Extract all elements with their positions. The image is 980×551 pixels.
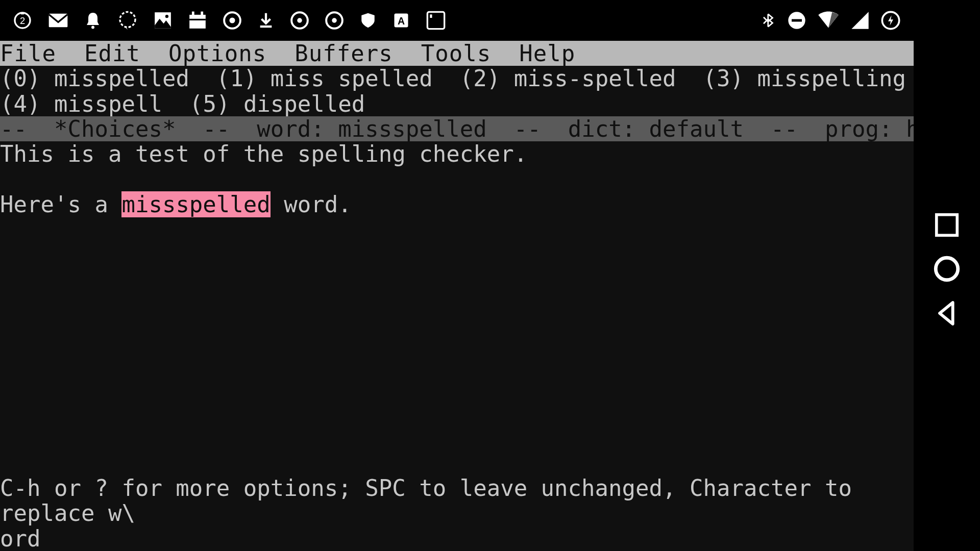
misspelled-word[interactable]: missspelled [121,191,270,217]
dnd-icon [787,10,807,31]
menu-help[interactable]: Help [519,40,575,66]
svg-point-15 [297,18,302,23]
svg-rect-2 [49,14,68,28]
signal-icon [850,10,870,31]
svg-rect-9 [201,12,203,16]
android-status-bar: 2 [0,0,980,41]
wifi-icon [817,11,840,30]
svg-rect-7 [189,15,206,29]
terminal-icon [426,10,446,31]
android-nav-bar [914,0,980,551]
svg-rect-13 [260,26,272,28]
emacs-window: File Edit Options Buffers Tools Help (0)… [0,41,914,551]
svg-point-17 [332,18,337,23]
nav-home-button[interactable] [932,254,962,286]
svg-point-38 [936,258,958,280]
svg-point-4 [120,12,135,27]
nav-back-button[interactable] [933,299,961,330]
buffer-line: This is a test of the spelling checker. [0,141,527,167]
target2-icon [325,11,344,30]
buffer-line-pre: Here's a [0,191,121,217]
target-icon [290,11,309,30]
message-icon [117,10,138,31]
menu-options[interactable]: Options [168,40,266,66]
svg-rect-8 [192,12,194,16]
svg-point-3 [91,26,94,29]
spell-choice[interactable]: misspelling [757,65,906,91]
spell-choice[interactable]: misspell [54,91,162,117]
download-icon [257,10,275,31]
svg-text:A: A [398,15,405,27]
bluetooth-icon [761,9,776,32]
nav-overview-button[interactable] [933,211,961,241]
svg-rect-10 [189,19,206,20]
emacs-menu-bar[interactable]: File Edit Options Buffers Tools Help [0,41,914,66]
bell-icon [84,10,102,31]
shield-icon [359,10,377,31]
spell-choice[interactable]: miss spelled [271,65,433,91]
minibuffer[interactable]: C-h or ? for more options; SPC to leave … [0,475,914,551]
menu-file[interactable]: File [0,40,56,66]
spell-choice[interactable]: miss-spelled [514,65,676,91]
record-icon [223,11,242,30]
menu-tools[interactable]: Tools [421,40,491,66]
svg-rect-20 [427,12,444,29]
mail-icon [48,12,68,29]
buffer-text[interactable]: This is a test of the spelling checker. … [0,141,914,217]
menu-buffers[interactable]: Buffers [295,40,393,66]
buffer-line-post: word. [271,191,352,217]
svg-point-6 [165,15,168,18]
svg-point-12 [229,17,235,23]
svg-rect-37 [937,215,958,236]
battery-icon [880,10,901,31]
svg-text:2: 2 [20,15,25,26]
text-box-icon: A [392,11,410,30]
spell-choices-row2: (4) misspell (5) dispelled [0,91,914,116]
spell-choices-row1: (0) misspelled (1) miss spelled (2) miss… [0,66,914,91]
svg-rect-21 [430,14,432,18]
notification-badge-icon: 2 [12,10,33,31]
spell-choice[interactable]: dispelled [243,91,365,117]
calendar-icon [188,11,207,30]
menu-edit[interactable]: Edit [84,40,140,66]
spell-choice[interactable]: misspelled [54,65,189,91]
svg-rect-23 [792,19,802,22]
gallery-icon [153,11,173,30]
spell-header: -- *Choices* -- word: missspelled -- dic… [0,116,914,141]
